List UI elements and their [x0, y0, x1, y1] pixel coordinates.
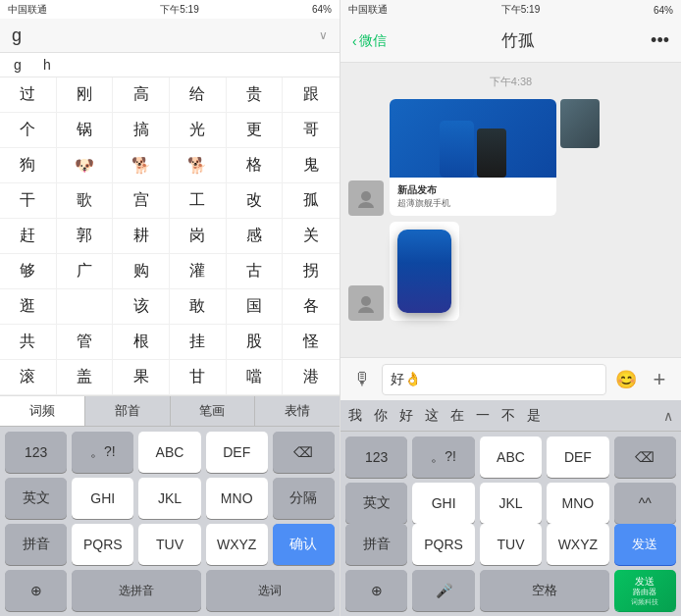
emoji-button[interactable]: 😊	[612, 366, 640, 393]
key-ghi-left[interactable]: GHI	[72, 478, 133, 519]
quick-word-zai[interactable]: 在	[450, 407, 464, 425]
char-cell[interactable]: 跟	[283, 77, 340, 113]
char-cell[interactable]: 管	[57, 325, 114, 360]
char-cell[interactable]: 该	[113, 289, 170, 325]
key-punct-left[interactable]: 。?!	[72, 432, 133, 473]
key-fasong-right[interactable]: 发送 路由器 词频科技	[614, 570, 676, 611]
char-cell[interactable]: 盖	[57, 360, 114, 395]
char-cell[interactable]: 搞	[113, 113, 170, 148]
char-cell[interactable]: 滚	[0, 360, 57, 395]
key-select-word[interactable]: 选词	[206, 570, 335, 611]
char-cell[interactable]: 哥	[283, 113, 340, 148]
char-cell[interactable]: 股	[227, 325, 284, 360]
key-pinyin-right[interactable]: 拼音	[345, 524, 407, 565]
char-cell[interactable]: 🐕	[113, 148, 170, 183]
key-def-right[interactable]: DEF	[547, 436, 608, 478]
key-abc-right[interactable]: ABC	[480, 436, 542, 478]
key-caps-right[interactable]: ^^	[614, 483, 676, 524]
char-cell[interactable]: 拐	[283, 254, 340, 289]
key-wxyz-right[interactable]: WXYZ	[547, 524, 608, 565]
char-cell[interactable]: 怪	[283, 325, 340, 360]
char-cell[interactable]: 更	[227, 113, 284, 148]
char-cell[interactable]: 宫	[113, 183, 170, 219]
char-cell[interactable]: 购	[113, 254, 170, 289]
quick-word-ni[interactable]: 你	[374, 407, 388, 425]
char-cell[interactable]: 国	[227, 289, 284, 325]
key-english-right[interactable]: 英文	[345, 483, 407, 524]
char-cell[interactable]: 郭	[57, 219, 114, 254]
key-globe-left[interactable]: ⊕	[5, 570, 67, 611]
char-cell[interactable]: 贵	[227, 77, 284, 113]
char-cell[interactable]: 歌	[57, 183, 114, 219]
char-cell[interactable]: 灌	[170, 254, 227, 289]
tab-cipai[interactable]: 词频	[0, 396, 85, 426]
add-button[interactable]: +	[646, 366, 673, 393]
char-cell[interactable]: 共	[0, 325, 57, 360]
more-button[interactable]: •••	[651, 30, 669, 51]
tab-biaoqing[interactable]: 表情	[255, 396, 340, 426]
key-def-left[interactable]: DEF	[206, 432, 268, 473]
key-pinyin-left[interactable]: 拼音	[5, 524, 67, 565]
key-jkl-left[interactable]: JKL	[138, 478, 200, 519]
key-pqrs-left[interactable]: PQRS	[72, 524, 133, 565]
char-cell[interactable]: 耕	[113, 219, 170, 254]
search-bar[interactable]: g ∨	[0, 19, 340, 53]
quick-word-shi[interactable]: 是	[527, 407, 541, 425]
char-cell[interactable]: 个	[0, 113, 57, 148]
char-cell[interactable]: 过	[0, 77, 57, 113]
char-cell[interactable]: 锅	[57, 113, 114, 148]
char-cell[interactable]: 根	[113, 325, 170, 360]
key-punct-right[interactable]: 。?!	[412, 436, 474, 478]
quick-word-yi[interactable]: 一	[476, 407, 490, 425]
char-cell[interactable]: 各	[283, 289, 340, 325]
quick-word-bu[interactable]: 不	[501, 407, 515, 425]
key-delete-right[interactable]: ⌫	[614, 436, 676, 478]
key-mno-left[interactable]: MNO	[206, 478, 268, 519]
char-cell[interactable]: 逛	[0, 289, 57, 325]
quick-word-wo[interactable]: 我	[348, 407, 362, 425]
char-cell[interactable]: 港	[283, 360, 340, 395]
key-delete-left[interactable]: ⌫	[273, 432, 335, 473]
char-cell[interactable]	[57, 289, 114, 325]
char-cell[interactable]: 刚	[57, 77, 114, 113]
char-cell[interactable]: 🐕	[170, 148, 227, 183]
key-tuv-right[interactable]: TUV	[480, 524, 542, 565]
char-cell[interactable]: 关	[283, 219, 340, 254]
char-cell[interactable]: 孤	[283, 183, 340, 219]
dropdown-arrow-icon[interactable]: ∨	[319, 28, 328, 42]
char-cell[interactable]: 鬼	[283, 148, 340, 183]
char-cell[interactable]: 赶	[0, 219, 57, 254]
key-ghi-right[interactable]: GHI	[412, 483, 474, 524]
char-cell[interactable]: 噹	[227, 360, 284, 395]
key-select-pinyin[interactable]: 选拼音	[72, 570, 200, 611]
key-pqrs-right[interactable]: PQRS	[412, 524, 474, 565]
char-cell[interactable]: 干	[0, 183, 57, 219]
char-cell[interactable]: 🐶	[57, 148, 114, 183]
tab-bushou[interactable]: 部首	[85, 396, 171, 426]
char-cell[interactable]: 古	[227, 254, 284, 289]
char-cell[interactable]: 高	[113, 77, 170, 113]
key-space-right[interactable]: 空格	[480, 570, 609, 611]
key-123-right[interactable]: 123	[345, 436, 407, 478]
char-cell[interactable]: 够	[0, 254, 57, 289]
char-cell[interactable]: 改	[227, 183, 284, 219]
key-confirm-left[interactable]: 确认	[273, 524, 335, 565]
char-cell[interactable]: 果	[113, 360, 170, 395]
char-cell[interactable]: 给	[170, 77, 227, 113]
key-wxyz-left[interactable]: WXYZ	[206, 524, 268, 565]
key-mno-right[interactable]: MNO	[547, 483, 608, 524]
char-cell[interactable]: 感	[227, 219, 284, 254]
candidate-h[interactable]: h	[37, 57, 67, 73]
key-mic-right[interactable]: 🎤	[412, 570, 474, 611]
back-button[interactable]: ‹ 微信	[352, 32, 387, 50]
key-separator-left[interactable]: 分隔	[273, 478, 335, 519]
tab-bihua[interactable]: 笔画	[171, 396, 256, 426]
key-send-right[interactable]: 发送	[614, 524, 676, 565]
quick-word-hao[interactable]: 好	[399, 407, 413, 425]
candidate-g[interactable]: g	[8, 57, 37, 73]
char-cell[interactable]: 狗	[0, 148, 57, 183]
char-cell[interactable]: 甘	[170, 360, 227, 395]
quick-word-zhe[interactable]: 这	[425, 407, 439, 425]
message-input[interactable]: 好👌	[382, 364, 606, 395]
char-cell[interactable]: 广	[57, 254, 114, 289]
